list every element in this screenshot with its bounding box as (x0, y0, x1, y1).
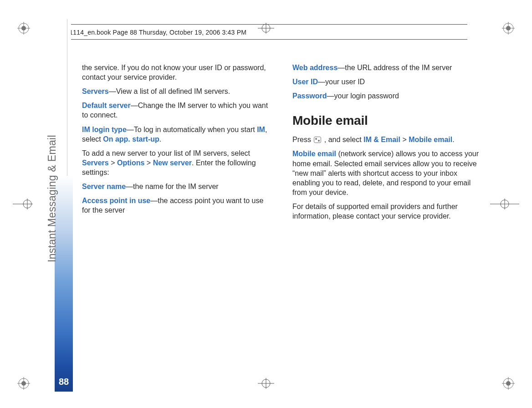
section-label: Instant Messaging & Email (33, 19, 71, 392)
text: . (452, 136, 454, 143)
body-text: the service. If you do not know your use… (82, 63, 482, 372)
text: > (400, 136, 409, 143)
text: . (159, 135, 161, 143)
text: , and select (322, 136, 363, 143)
running-header: R1114_en.book Page 88 Thursday, October … (65, 24, 467, 40)
heading-mobile-email: Mobile email (292, 112, 482, 129)
term-access-point: Access point in use (82, 197, 150, 204)
crop-mark-icon (502, 22, 515, 35)
text: —your login password (327, 92, 399, 100)
paragraph: User ID—your user ID (292, 77, 482, 87)
term-server-name: Server name (82, 183, 126, 190)
term-im-and-email: IM & Email (363, 136, 400, 143)
term-mobile-email: Mobile email (292, 150, 336, 158)
text: —the URL address of the IM server (338, 64, 452, 71)
term-new-server: New server (153, 159, 192, 167)
term-servers: Servers (82, 87, 109, 95)
paragraph: Server name—the name for the IM server (82, 182, 271, 191)
paragraph: IM login type—To log in automatically wh… (82, 125, 271, 144)
paragraph: Press , and select IM & Email > Mobile e… (292, 135, 482, 144)
term-mobile-email: Mobile email (409, 136, 452, 143)
term-default-server: Default server (82, 102, 131, 109)
crop-mark-icon (487, 198, 522, 210)
term-password: Password (292, 92, 327, 100)
paragraph: Servers—View a list of all defined IM se… (82, 87, 271, 96)
paragraph: Password—your login password (292, 91, 482, 101)
text: —your user ID (318, 78, 365, 86)
text: To add a new server to your list of IM s… (82, 149, 250, 157)
sidebar: Instant Messaging & Email 88 (33, 19, 71, 392)
paragraph: the service. If you do not know your use… (82, 63, 271, 82)
term-user-id: User ID (292, 78, 318, 86)
term-options: Options (117, 159, 144, 167)
text: > (109, 159, 117, 167)
page-number: 88 (55, 377, 73, 387)
page: R1114_en.book Page 88 Thursday, October … (0, 0, 532, 408)
paragraph: Web address—the URL address of the IM se… (292, 63, 482, 72)
term-web-address: Web address (292, 64, 338, 71)
crop-mark-icon (17, 22, 30, 35)
crop-mark-icon (17, 377, 30, 390)
paragraph: Mobile email (network service) allows yo… (292, 149, 482, 197)
paragraph: Default server—Change the IM server to w… (82, 101, 271, 120)
text: > (144, 159, 153, 167)
term-im: IM (257, 126, 265, 133)
term-servers: Servers (82, 159, 109, 167)
paragraph: To add a new server to your list of IM s… (82, 148, 271, 177)
crop-mark-icon (502, 377, 515, 390)
menu-key-icon (314, 137, 321, 143)
term-im-login-type: IM login type (82, 126, 127, 133)
crop-mark-icon (253, 377, 279, 390)
text: —the name for the IM server (126, 183, 219, 190)
paragraph: Access point in use—the access point you… (82, 196, 271, 215)
text: —To log in automatically when you start (127, 126, 257, 133)
term-on-app-startup: On app. start-up (103, 135, 159, 143)
text: Press (292, 136, 313, 143)
text: —View a list of all defined IM servers. (109, 87, 230, 95)
paragraph: For details of supported email providers… (292, 202, 482, 221)
